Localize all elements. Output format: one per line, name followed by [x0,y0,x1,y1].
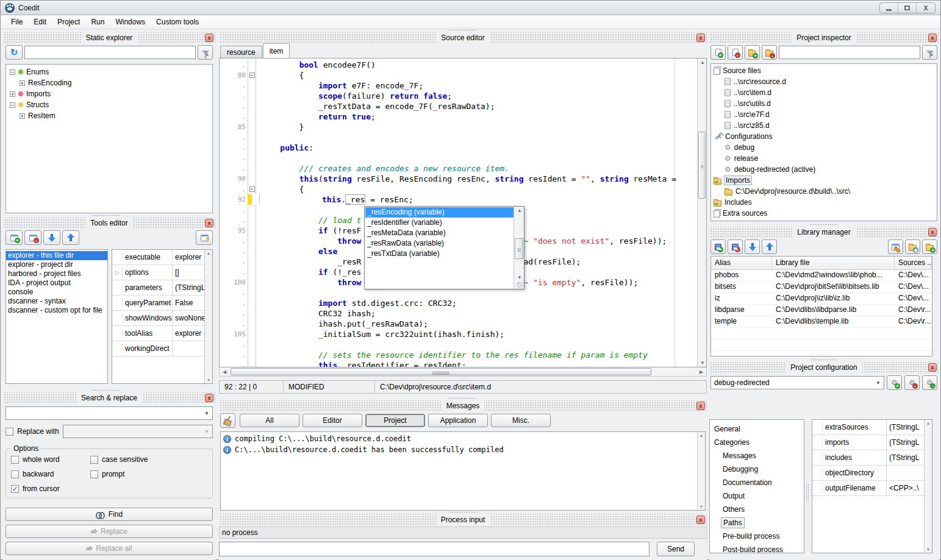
inspector-filter-input[interactable] [779,46,920,59]
close-panel-button[interactable]: x [696,402,705,410]
property-row[interactable]: toolAliasexplorer - [112,326,204,341]
property-row[interactable]: workingDirect [112,341,204,356]
close-panel-button[interactable]: x [205,394,213,402]
fold-margin[interactable]: − [248,70,256,80]
tool-list-item[interactable]: explorer - project dir [6,260,107,269]
code-line[interactable]: . bool encodee7F() [220,60,697,70]
expand-arrow-icon[interactable]: ▷ [112,269,122,275]
move-library-up-button[interactable] [762,239,777,254]
splitter-handle[interactable] [806,484,809,502]
project-tree-item[interactable]: ⚙debug [711,142,937,153]
close-panel-button[interactable]: x [696,516,705,524]
add-library-button[interactable]: + [710,239,726,254]
code-line[interactable]: 80− { [220,70,697,80]
popup-scrollbar[interactable]: ▲ ▼ [513,207,524,289]
table-row[interactable]: bitsetsC:\Dev\dproj\bitSet\lib\bitsets.l… [711,282,932,293]
property-row[interactable]: ▷options[] [112,265,204,280]
replace-term-combobox[interactable]: ▼ [63,425,213,438]
symbol-filter-input[interactable] [24,46,196,59]
code-line[interactable]: 85 } [220,122,697,132]
property-value[interactable]: (TStringL [172,280,204,295]
tool-list-item[interactable]: IDA - project output [6,278,107,288]
fold-margin[interactable]: − [248,184,256,194]
property-value[interactable]: (TStringL [886,450,924,465]
configuration-selector[interactable]: debug-redirected ▼ [710,376,884,389]
open-library-folder-button[interactable]: ◆ [905,239,920,254]
project-tree-item[interactable]: ..\src\e7F.d [711,109,937,120]
tree-item[interactable]: −Enums [6,66,212,77]
tool-list-item[interactable]: console [6,288,107,297]
property-row[interactable]: objectDirectory [812,466,924,481]
close-panel-button[interactable]: x [928,228,937,236]
property-row[interactable]: outputFilename<CPP>..\ [812,481,924,496]
editor-vertical-scrollbar[interactable]: ▲ ▼ [697,58,706,367]
table-row[interactable]: izC:\Dev\dproj\iz\lib\iz.libC:\Dev\... [711,293,932,305]
add-tool-button[interactable]: + [5,230,23,245]
clear-filter-button[interactable]: x [198,45,213,60]
code-line[interactable]: . scope(failure) return false; [220,91,697,101]
table-row[interactable]: phobosC:\Dev\dmd2\windows\lib\phob...C:\… [711,270,932,282]
close-panel-button[interactable]: x [205,34,213,42]
property-value[interactable]: [] [172,265,204,280]
property-row[interactable]: showWindowsswoNone [112,311,204,326]
tool-list-item[interactable]: explorer - this file dir [6,251,107,260]
properties-scrollbar[interactable]: ▲▼ [204,250,212,383]
splitter-handle[interactable] [449,397,477,400]
minimize-button[interactable] [880,3,898,13]
move-tool-up-button[interactable] [62,230,79,245]
column-header-sources[interactable]: Sources ... [895,257,932,269]
property-value[interactable]: explorer - [172,326,204,341]
find-button[interactable]: Find [5,508,213,521]
message-row[interactable]: iC:\...\build\resource.d.coedit has been… [221,444,697,455]
code-line[interactable]: 90 this(string resFile, ResEncoding resE… [220,174,697,184]
menu-custom-tools[interactable]: Custom tools [151,16,204,28]
category-item[interactable]: General [710,422,804,436]
code-line[interactable]: 105 _initialSum = crc322uint(ihash.finis… [220,329,697,339]
completion-item[interactable]: _resRawData (variable) [365,238,513,249]
property-row[interactable]: executableexplorer [112,250,204,265]
process-input-field[interactable] [219,542,649,556]
execute-tool-button[interactable]: ϟ [196,230,213,245]
project-tree-item[interactable]: ..\src\z85.d [711,120,937,131]
category-item[interactable]: Messages [710,449,804,463]
project-tree-item[interactable]: →Imports [711,175,937,186]
property-value[interactable]: (TStringL [886,420,924,434]
property-value[interactable]: <CPP>..\ [886,481,924,495]
menu-windows[interactable]: Windows [110,16,151,28]
code-line[interactable]: . public: [220,143,697,153]
code-line[interactable]: . [220,132,697,143]
search-term-input[interactable] [6,407,196,419]
project-tree-item[interactable]: Extra sources [711,208,937,219]
property-row[interactable]: includes(TStringL [812,450,924,466]
replace-with-checkbox[interactable] [5,428,13,436]
column-header-alias[interactable]: Alias [711,257,772,269]
message-row[interactable]: icompiling C:\...\build\resource.d.coedi… [221,433,697,444]
move-tool-down-button[interactable] [43,230,60,245]
project-tree-item[interactable]: C:\Dev\dproj\resource.d\build\..\src\ [711,186,937,197]
remove-configuration-button[interactable]: ⚙- [904,375,920,390]
remove-file-button[interactable]: - [728,45,743,60]
table-row[interactable]: templeC:\Dev\dlibs\temple.libC:\Dev\r... [711,316,932,328]
splitter-handle[interactable] [449,29,477,32]
expander-icon[interactable]: + [20,80,25,86]
expander-icon[interactable]: − [10,69,15,75]
add-file-button[interactable]: + [710,45,726,60]
messages-filter-project[interactable]: Project [365,414,425,427]
checkbox-prompt[interactable] [90,470,98,478]
code-line[interactable]: . _resTxtData = encode_7F(_resRawData); [220,101,697,112]
tool-list-item[interactable]: dscanner - custom opt for file [6,306,107,315]
close-panel-button[interactable]: x [928,34,937,42]
project-tree-item[interactable]: Configurations [711,131,937,142]
chevron-down-icon[interactable]: ▼ [873,377,883,388]
splitter-handle[interactable] [810,359,838,361]
close-panel-button[interactable]: x [928,363,937,372]
restore-button[interactable] [898,3,917,13]
checkbox-whole-word[interactable] [11,456,19,464]
menu-project[interactable]: Project [52,16,85,28]
category-item[interactable]: Paths [710,516,804,530]
checkbox-case-sensitive[interactable] [90,456,98,464]
menu-file[interactable]: File [5,16,28,28]
tree-item[interactable]: +ResItem [6,110,212,121]
clone-configuration-button[interactable]: ⚙→ [922,375,937,390]
messages-filter-misc[interactable]: Misc. [491,414,551,427]
